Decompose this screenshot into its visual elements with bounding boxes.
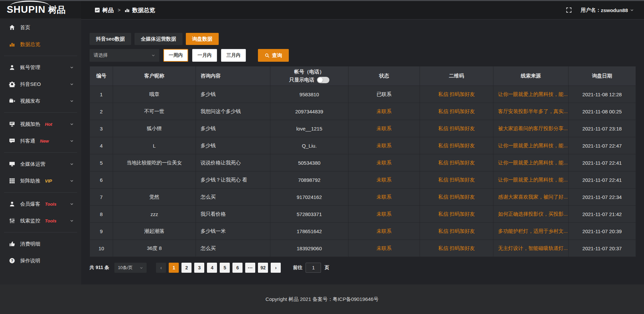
- page-buttons: 123456•••92: [166, 263, 268, 273]
- cell-source[interactable]: 让你一眼就爱上的黑科技，能...: [493, 154, 569, 171]
- sidebar-item-help[interactable]: ?操作说明: [0, 252, 81, 269]
- cell-source[interactable]: 让你一眼就爱上的黑科技，能...: [493, 86, 569, 103]
- breadcrumb-current[interactable]: 数据总览: [124, 6, 155, 14]
- filter-row: 请选择 一周内一月内三月内 查询: [90, 49, 636, 62]
- cell-content: 多少钱: [196, 137, 270, 154]
- tab-douyin-seo-data[interactable]: 抖音seo数据: [90, 33, 131, 45]
- cell-nickname: 觉然: [113, 189, 196, 206]
- cell-account: 572803371: [270, 206, 348, 223]
- topbar: 树品 > 数据总览 用户名： zswodun88: [81, 1, 644, 19]
- cell-qrcode[interactable]: 私信 扫码加好友: [420, 154, 493, 171]
- chevron-down-icon: [630, 8, 634, 12]
- table-row: 1哦章多少钱9583810已联系私信 扫码加好友让你一眼就爱上的黑科技，能...…: [90, 86, 636, 103]
- cell-content: 多少钱: [196, 120, 270, 137]
- cell-no: 9: [90, 223, 113, 240]
- page-size-select[interactable]: 10条/页: [114, 263, 147, 273]
- page-button-1[interactable]: 1: [169, 263, 179, 273]
- phone-only-toggle[interactable]: [317, 77, 329, 83]
- page-ellipsis-button[interactable]: •••: [245, 263, 255, 273]
- goto-label: 前往: [293, 265, 302, 271]
- page-button-5[interactable]: 5: [220, 263, 230, 273]
- page-button-3[interactable]: 3: [194, 263, 204, 273]
- sidebar-item-badge: Hot: [45, 122, 52, 127]
- cell-qrcode[interactable]: 私信 扫码加好友: [420, 86, 493, 103]
- cell-qrcode[interactable]: 私信 扫码加好友: [420, 189, 493, 206]
- page-button-92[interactable]: 92: [258, 263, 268, 273]
- table-row: 2不可一世我想问这个多少钱2097344839未联系私信 扫码加好友客厅安装投影…: [90, 103, 636, 120]
- sidebar-item-media-operation[interactable]: 全媒体运营: [0, 156, 81, 172]
- sidebar-item-home[interactable]: 首页: [0, 19, 81, 36]
- cell-source[interactable]: 无主灯设计，智能磁吸轨道灯...: [493, 240, 569, 257]
- sidebar-item-account-manage[interactable]: 账号管理: [0, 59, 81, 76]
- query-button[interactable]: 查询: [258, 49, 289, 62]
- cell-date: 2021-11-07 23:18: [569, 120, 636, 137]
- cell-content: 多少钱一米: [196, 223, 270, 240]
- cell-qrcode[interactable]: 私信 扫码加好友: [420, 206, 493, 223]
- sidebar-item-video-publish[interactable]: 视频发布: [0, 93, 81, 109]
- sidebar-item-consumption-detail[interactable]: 消费明细: [0, 235, 81, 252]
- sidebar-item-data-overview[interactable]: 数据总览: [0, 36, 81, 53]
- page-button-2[interactable]: 2: [181, 263, 192, 273]
- sidebar-group-divider: [4, 112, 77, 113]
- cell-account: 917024162: [270, 189, 348, 206]
- chevron-down-icon: [70, 219, 74, 223]
- cell-source[interactable]: 让你一眼就爱上的黑科技，能...: [493, 171, 569, 189]
- cell-qrcode[interactable]: 私信 扫码加好友: [420, 103, 493, 120]
- page-button-4[interactable]: 4: [207, 263, 217, 273]
- cell-no: 7: [90, 189, 113, 206]
- prev-page-button[interactable]: ‹: [156, 263, 166, 273]
- cell-source[interactable]: 如何正确选择投影仪，买投影...: [493, 206, 569, 223]
- table-body: 1哦章多少钱9583810已联系私信 扫码加好友让你一眼就爱上的黑科技，能...…: [90, 86, 636, 257]
- range-button-2[interactable]: 一月内: [192, 49, 217, 62]
- sidebar-item-clue-monitor[interactable]: 线索监控Tools: [0, 212, 81, 229]
- cell-source[interactable]: 客厅安装投影半年多了，真实...: [493, 103, 569, 120]
- tab-media-operation-data[interactable]: 全媒体运营数据: [135, 33, 182, 45]
- cell-account: 70898792: [270, 171, 348, 189]
- sidebar-item-matrix-boost[interactable]: 矩阵助推VIP: [0, 172, 81, 189]
- cell-source[interactable]: 多功能护栏灯，适用于乡村文...: [493, 223, 569, 240]
- fullscreen-icon[interactable]: [566, 7, 572, 13]
- app-logo[interactable]: SHUPIN 树品: [0, 1, 81, 18]
- sidebar-item-label: 抖音SEO: [20, 81, 41, 88]
- tab-inquiry-data[interactable]: 询盘数据: [186, 33, 219, 45]
- range-button-3[interactable]: 三月内: [221, 49, 246, 62]
- cell-date: 2021-11-07 22:34: [569, 189, 636, 206]
- next-page-button[interactable]: ›: [271, 263, 281, 273]
- cell-qrcode[interactable]: 私信 扫码加好友: [420, 171, 493, 189]
- user-menu[interactable]: 用户名： zswodun88: [581, 7, 634, 13]
- table-row: 5当地比较能吃的一位美女说说价格让我死心50534380未联系私信 扫码加好友让…: [90, 154, 636, 171]
- cell-qrcode[interactable]: 私信 扫码加好友: [420, 137, 493, 154]
- cell-nickname: 当地比较能吃的一位美女: [113, 154, 196, 171]
- cell-qrcode[interactable]: 私信 扫码加好友: [420, 240, 493, 257]
- username-label: 用户名：: [581, 7, 601, 13]
- sidebar-item-member-leads[interactable]: 会员爆客Tools: [0, 196, 81, 212]
- cell-status: 已联系: [348, 86, 420, 103]
- cell-qrcode[interactable]: 私信 扫码加好友: [420, 120, 493, 137]
- cell-account: 9583810: [270, 86, 348, 103]
- cell-no: 6: [90, 171, 113, 189]
- cell-source[interactable]: 感谢大家喜欢我家，被问了好...: [493, 189, 569, 206]
- user-icon: [9, 64, 15, 70]
- sidebar-item-video-heat[interactable]: 视频加热Hot: [0, 116, 81, 133]
- query-button-label: 查询: [272, 52, 282, 59]
- breadcrumb-root[interactable]: 树品: [95, 6, 114, 14]
- logo-brand-en: SHUPIN: [7, 4, 46, 15]
- page-size-value: 10条/页: [118, 265, 132, 271]
- cell-source[interactable]: 让你一眼就爱上的黑科技，能...: [493, 137, 569, 154]
- cell-qrcode[interactable]: 私信 扫码加好友: [420, 223, 493, 240]
- goto-page-input[interactable]: [306, 263, 321, 273]
- sidebar-item-douyin-seo[interactable]: 抖音SEO: [0, 76, 81, 93]
- sidebar-group-divider: [4, 56, 77, 56]
- sidebar-item-douketong[interactable]: 抖客通New: [0, 133, 81, 149]
- breadcrumb: 树品 > 数据总览: [95, 6, 155, 14]
- page-button-6[interactable]: 6: [232, 263, 243, 273]
- billboard-icon: [9, 121, 15, 127]
- gear-icon: [9, 81, 15, 87]
- sidebar-item-label: 视频发布: [20, 98, 40, 104]
- phone-only-filter: 只显示电话: [289, 77, 329, 83]
- sidebar-item-badge: VIP: [45, 178, 52, 184]
- account-select[interactable]: 请选择: [90, 49, 159, 62]
- range-button-1[interactable]: 一周内: [163, 49, 188, 62]
- cell-source[interactable]: 被大家追着问的客厅投影分享...: [493, 120, 569, 137]
- sliders-icon: [9, 218, 15, 224]
